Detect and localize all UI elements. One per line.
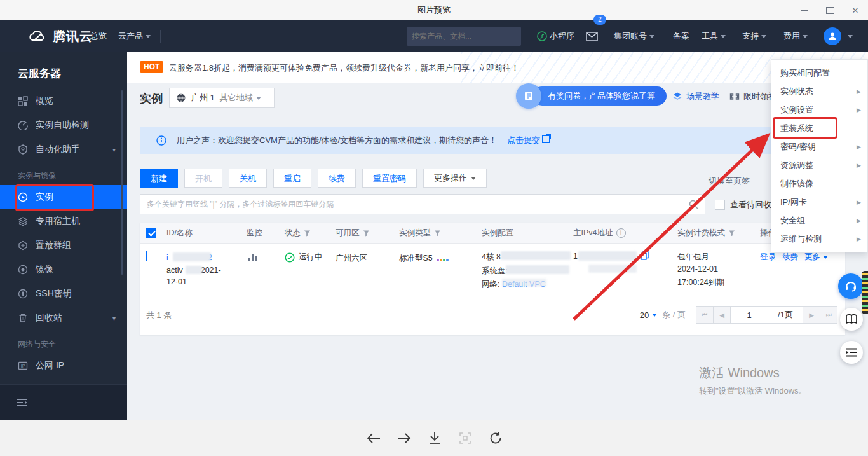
- avatar-menu-caret[interactable]: [848, 20, 853, 52]
- sidebar-item-instances[interactable]: 实例: [0, 185, 127, 209]
- download-button[interactable]: [426, 430, 443, 446]
- nav-group-account[interactable]: 集团账号: [614, 20, 654, 52]
- sidebar-scrollbar[interactable]: [121, 90, 123, 275]
- switch-tab-link[interactable]: 切换至页签: [709, 176, 750, 187]
- sidebar-item-self-check[interactable]: 实例自助检测: [0, 113, 127, 137]
- menu-item-reinstall-system[interactable]: 重装系统: [771, 119, 867, 137]
- current-page-input[interactable]: 1: [731, 307, 768, 323]
- renew-link[interactable]: 续费: [782, 252, 798, 263]
- top-search-box[interactable]: [407, 27, 521, 46]
- power-on-button[interactable]: 开机: [184, 169, 222, 188]
- col-status[interactable]: 状态: [285, 223, 311, 243]
- col-type[interactable]: 实例类型: [399, 223, 441, 243]
- minimize-button[interactable]: [792, 0, 817, 20]
- menu-item-ops-detection[interactable]: 运维与检测▶: [771, 230, 867, 248]
- rotate-button[interactable]: [487, 430, 504, 446]
- filter-icon[interactable]: [304, 230, 311, 237]
- filter-icon[interactable]: [363, 230, 370, 237]
- nav-products[interactable]: 云产品: [118, 20, 151, 52]
- feedback-list-button[interactable]: [840, 341, 863, 364]
- chevron-down-icon: [803, 35, 808, 38]
- create-button[interactable]: 新建: [140, 169, 178, 188]
- sidebar-item-ssh-keys[interactable]: SSH密钥: [0, 282, 127, 306]
- restart-button[interactable]: 重启: [273, 169, 311, 188]
- fit-to-window-button[interactable]: [457, 430, 473, 446]
- screen-edge-widget[interactable]: [862, 271, 868, 314]
- recycle-checkbox[interactable]: [715, 200, 725, 210]
- menu-item-instance-settings[interactable]: 实例设置▶: [771, 100, 867, 119]
- coupon-link[interactable]: 限时领福: [729, 91, 776, 102]
- avatar[interactable]: [824, 27, 841, 45]
- sidebar-collapse-bar[interactable]: [0, 384, 127, 420]
- copy-ip-icon[interactable]: [641, 251, 649, 262]
- last-page-button[interactable]: ⏭: [820, 307, 837, 323]
- menu-item-ip-nic[interactable]: IP/网卡▶: [771, 193, 867, 211]
- instance-name-wrap: 12-01: [166, 277, 187, 286]
- table-row[interactable]: i2 activ2021- 12-01 运行中 广州六区 标准型S5 4核 8 …: [140, 243, 845, 294]
- sidebar-item-label: SSH密钥: [36, 288, 72, 300]
- nav-divider: [160, 30, 161, 43]
- nav-icp[interactable]: 备案: [673, 20, 689, 52]
- row-checkbox[interactable]: [146, 251, 147, 261]
- instance-filter-input[interactable]: [140, 200, 689, 209]
- first-page-button[interactable]: ⏮: [696, 307, 714, 323]
- page-size-select[interactable]: 20: [640, 310, 657, 320]
- shutdown-button[interactable]: 关机: [229, 169, 267, 188]
- nav-mini-program[interactable]: 小程序: [537, 20, 574, 52]
- submit-feedback-link[interactable]: 点击提交: [507, 135, 540, 145]
- menu-item-password-key[interactable]: 密码/密钥▶: [771, 137, 867, 156]
- next-page-button[interactable]: ▶: [803, 307, 820, 323]
- nav-messages[interactable]: 2: [586, 20, 598, 52]
- search-icon[interactable]: [689, 200, 698, 209]
- menu-item-security-group[interactable]: 安全组▶: [771, 211, 867, 230]
- sidebar-item-overview[interactable]: 概览: [0, 89, 127, 113]
- sidebar-item-placement-group[interactable]: 置放群组: [0, 233, 127, 258]
- close-button[interactable]: ✕: [843, 0, 868, 20]
- action-toolbar: 新建 开机 关机 重启 续费 重置密码 更多操作: [140, 169, 487, 188]
- col-config: 实例配置: [482, 223, 513, 243]
- promo-banner[interactable]: HOT 云服务器1.8折起，消费满额更可体验免费产品，领续费升级代金券，新老用户…: [127, 52, 868, 83]
- nav-overview[interactable]: 总览: [90, 20, 107, 52]
- nav-billing[interactable]: 费用: [783, 20, 808, 52]
- sidebar-item-dedicated-host[interactable]: 专用宿主机: [0, 209, 127, 233]
- more-actions-button[interactable]: 更多操作: [423, 169, 487, 188]
- tencent-cloud-logo[interactable]: 腾讯云: [28, 20, 93, 52]
- nav-tools[interactable]: 工具: [702, 20, 726, 52]
- menu-item-resource-adjust[interactable]: 资源调整▶: [771, 156, 867, 174]
- message-count-badge: 2: [593, 15, 606, 25]
- table-footer: 共 1 条 20 条 / 页 ⏮ ◀ 1 /1页 ▶ ⏭: [140, 294, 845, 335]
- docs-button[interactable]: [840, 308, 863, 331]
- col-zone[interactable]: 可用区: [336, 223, 370, 243]
- select-all-checkbox[interactable]: [146, 228, 156, 238]
- menu-item-make-image[interactable]: 制作镜像: [771, 174, 867, 193]
- top-search-input[interactable]: [407, 32, 515, 41]
- info-icon[interactable]: i: [616, 228, 626, 238]
- reset-password-button[interactable]: 重置密码: [362, 169, 417, 188]
- nav-support[interactable]: 支持: [742, 20, 766, 52]
- sidebar-item-public-ip[interactable]: IP 公网 IP: [0, 354, 127, 378]
- scene-tutorial-link[interactable]: 场景教学: [672, 91, 719, 102]
- monitor-chart-icon[interactable]: [248, 253, 258, 264]
- col-id-name[interactable]: ID/名称: [166, 223, 193, 243]
- prev-page-button[interactable]: ◀: [714, 307, 731, 323]
- more-link[interactable]: 更多: [804, 252, 828, 263]
- windows-activation-watermark: 激活 Windows 转到"设置"以激活 Windows。: [699, 364, 807, 397]
- login-link[interactable]: 登录: [760, 252, 776, 263]
- menu-item-instance-status[interactable]: 实例状态▶: [771, 82, 867, 100]
- region-selector[interactable]: 广州 1 其它地域: [169, 88, 275, 108]
- col-billing[interactable]: 实例计费模式: [677, 223, 735, 243]
- sidebar-item-automation-assistant[interactable]: 自动化助手 ▾: [0, 137, 127, 162]
- sidebar-item-images[interactable]: 镜像: [0, 258, 127, 282]
- maximize-button[interactable]: [817, 0, 843, 20]
- renew-button[interactable]: 续费: [318, 169, 356, 188]
- survey-banner[interactable]: 有奖问卷，产品体验您说了算: [516, 86, 667, 106]
- other-regions[interactable]: 其它地域: [220, 92, 261, 104]
- customer-service-button[interactable]: [838, 273, 864, 299]
- filter-icon[interactable]: [728, 230, 735, 237]
- sidebar-item-recycle-bin[interactable]: 回收站 ▾: [0, 306, 127, 330]
- menu-item-buy-same-config[interactable]: 购买相同配置: [771, 64, 867, 82]
- previous-image-button[interactable]: [365, 430, 382, 446]
- instance-filter-box[interactable]: [140, 194, 705, 214]
- next-image-button[interactable]: [396, 430, 412, 446]
- filter-icon[interactable]: [434, 230, 441, 237]
